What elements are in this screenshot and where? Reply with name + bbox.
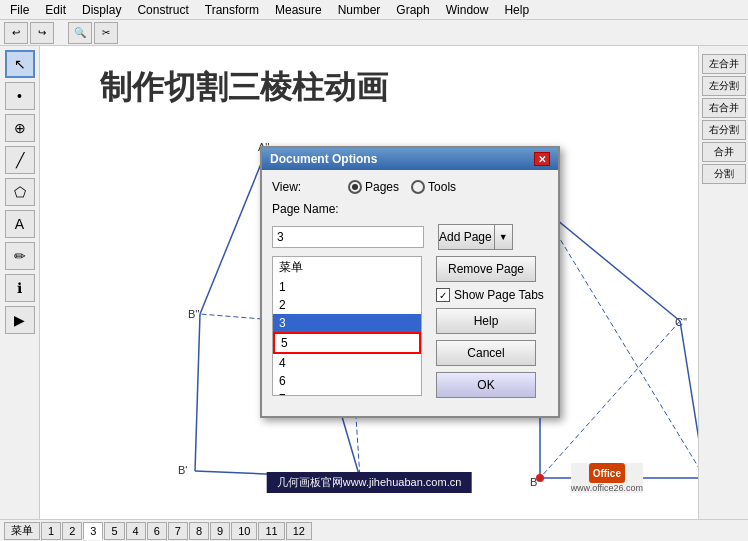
show-page-tabs-row[interactable]: ✓ Show Page Tabs [436, 288, 544, 302]
office-badge: Office www.office26.com [571, 463, 643, 493]
compass-tool[interactable]: ⊕ [5, 114, 35, 142]
radio-tools[interactable]: Tools [411, 180, 456, 194]
svg-text:B'': B'' [188, 308, 200, 320]
radio-pages[interactable]: Pages [348, 180, 399, 194]
office-url: www.office26.com [571, 483, 643, 493]
list-item-2[interactable]: 2 [273, 296, 421, 314]
view-label: View: [272, 180, 342, 194]
page-name-input-row: Add Page ▼ [272, 224, 548, 250]
tab-4[interactable]: 4 [126, 522, 146, 540]
tab-11[interactable]: 11 [258, 522, 284, 540]
show-page-tabs-checkbox[interactable]: ✓ [436, 288, 450, 302]
tab-1[interactable]: 1 [41, 522, 61, 540]
menu-edit[interactable]: Edit [37, 0, 74, 20]
watermark-banner: 几何画板官网www.jihehuaban.com.cn [267, 472, 472, 493]
arrow-tool[interactable]: ↖ [5, 50, 35, 78]
svg-line-18 [540, 206, 698, 478]
svg-text:B': B' [178, 464, 187, 476]
add-page-dropdown[interactable]: ▼ [495, 224, 513, 250]
marker-tool[interactable]: ✏ [5, 242, 35, 270]
menu-help[interactable]: Help [496, 0, 537, 20]
left-toolbar: ↖ • ⊕ ╱ ⬠ A ✏ ℹ ▶ [0, 46, 40, 519]
list-item-6[interactable]: 6 [273, 372, 421, 390]
svg-line-8 [195, 314, 200, 471]
help-button[interactable]: Help [436, 308, 536, 334]
tab-9[interactable]: 9 [210, 522, 230, 540]
view-row: View: Pages Tools [272, 180, 548, 194]
menubar: File Edit Display Construct Transform Me… [0, 0, 748, 20]
toolbar-btn-4[interactable]: ✂ [94, 22, 118, 44]
office-logo: Office [589, 463, 625, 483]
animate-tool[interactable]: ▶ [5, 306, 35, 334]
dialog-titlebar: Document Options ✕ [262, 148, 558, 170]
toolbar-btn-2[interactable]: ↪ [30, 22, 54, 44]
add-page-label: Add Page [439, 230, 492, 244]
radio-tools-label: Tools [428, 180, 456, 194]
list-item-4[interactable]: 4 [273, 354, 421, 372]
list-item-1[interactable]: 1 [273, 278, 421, 296]
bottom-tabbar: 菜单 1 2 3 5 4 6 7 8 9 10 11 12 [0, 519, 748, 541]
menu-number[interactable]: Number [330, 0, 389, 20]
svg-point-21 [536, 474, 544, 482]
ok-button[interactable]: OK [436, 372, 536, 398]
menu-display[interactable]: Display [74, 0, 129, 20]
tab-menu[interactable]: 菜单 [4, 522, 40, 540]
list-and-buttons-row: 菜单 1 2 3 5 4 6 7 8 9 10 [272, 256, 548, 398]
right-btn-split[interactable]: 分割 [702, 164, 746, 184]
canvas-area: 制作切割三棱柱动画 A'' B'' B' B C'' B' C' [40, 46, 698, 519]
right-btn-right-merge[interactable]: 右合并 [702, 98, 746, 118]
toolbar-btn-1[interactable]: ↩ [4, 22, 28, 44]
svg-line-14 [540, 206, 680, 321]
add-page-button[interactable]: Add Page [438, 224, 495, 250]
menu-transform[interactable]: Transform [197, 0, 267, 20]
page-name-input[interactable] [272, 226, 424, 248]
tab-2[interactable]: 2 [62, 522, 82, 540]
svg-line-7 [200, 154, 265, 314]
dialog-body: View: Pages Tools Page Name: [262, 170, 558, 416]
menu-window[interactable]: Window [438, 0, 497, 20]
menu-construct[interactable]: Construct [129, 0, 196, 20]
dialog-right-buttons: Remove Page ✓ Show Page Tabs Help Cancel [436, 256, 544, 398]
dialog-close-button[interactable]: ✕ [534, 152, 550, 166]
menu-graph[interactable]: Graph [388, 0, 437, 20]
help-label: Help [474, 314, 499, 328]
page-list[interactable]: 菜单 1 2 3 5 4 6 7 8 9 10 [272, 256, 422, 396]
tab-6[interactable]: 6 [147, 522, 167, 540]
menu-measure[interactable]: Measure [267, 0, 330, 20]
svg-line-19 [540, 321, 680, 478]
remove-page-button[interactable]: Remove Page [436, 256, 536, 282]
right-btn-left-split[interactable]: 左分割 [702, 76, 746, 96]
tab-5[interactable]: 5 [104, 522, 124, 540]
tab-12[interactable]: 12 [286, 522, 312, 540]
radio-pages-dot [348, 180, 362, 194]
right-btn-right-split[interactable]: 右分割 [702, 120, 746, 140]
tab-10[interactable]: 10 [231, 522, 257, 540]
page-name-label: Page Name: [272, 202, 342, 216]
text-tool[interactable]: A [5, 210, 35, 238]
show-page-tabs-label: Show Page Tabs [454, 288, 544, 302]
radio-pages-label: Pages [365, 180, 399, 194]
radio-tools-dot [411, 180, 425, 194]
ok-label: OK [477, 378, 494, 392]
right-panel: 左合并 左分割 右合并 右分割 合并 分割 [698, 46, 748, 519]
toolbar: ↩ ↪ 🔍 ✂ [0, 20, 748, 46]
info-tool[interactable]: ℹ [5, 274, 35, 302]
right-btn-left-merge[interactable]: 左合并 [702, 54, 746, 74]
list-item-menu[interactable]: 菜单 [273, 257, 421, 278]
page-name-row: Page Name: [272, 202, 548, 216]
point-tool[interactable]: • [5, 82, 35, 110]
tab-3[interactable]: 3 [83, 522, 103, 540]
menu-file[interactable]: File [2, 0, 37, 20]
line-tool[interactable]: ╱ [5, 146, 35, 174]
view-radio-group: Pages Tools [348, 180, 456, 194]
list-item-5[interactable]: 5 [273, 332, 421, 354]
polygon-tool[interactable]: ⬠ [5, 178, 35, 206]
list-item-7[interactable]: 7 [273, 390, 421, 396]
right-btn-merge[interactable]: 合并 [702, 142, 746, 162]
tab-8[interactable]: 8 [189, 522, 209, 540]
tab-7[interactable]: 7 [168, 522, 188, 540]
cancel-button[interactable]: Cancel [436, 340, 536, 366]
toolbar-btn-3[interactable]: 🔍 [68, 22, 92, 44]
cancel-label: Cancel [467, 346, 504, 360]
list-item-3[interactable]: 3 [273, 314, 421, 332]
